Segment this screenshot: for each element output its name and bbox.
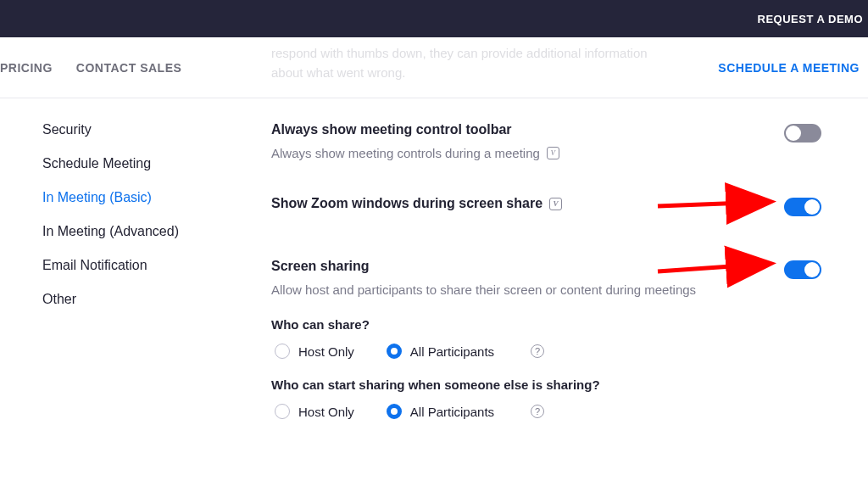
setting-title: Show Zoom windows during screen share V xyxy=(271,196,843,211)
sub-nav-bar: PRICING CONTACT SALES respond with thumb… xyxy=(0,37,868,98)
nav-contact-sales[interactable]: CONTACT SALES xyxy=(76,61,181,75)
sidebar-item-other[interactable]: Other xyxy=(42,292,220,307)
schedule-meeting-link[interactable]: SCHEDULE A MEETING xyxy=(718,61,868,75)
radio-all-participants[interactable]: All Participants xyxy=(387,344,494,359)
setting-desc: Always show meeting controls during a me… xyxy=(271,144,746,162)
sidebar-item-in-meeting-advanced[interactable]: In Meeting (Advanced) xyxy=(42,224,220,239)
sidebar-item-in-meeting-basic[interactable]: In Meeting (Basic) xyxy=(42,190,220,205)
sidebar-item-security[interactable]: Security xyxy=(42,122,220,137)
radio-label: All Participants xyxy=(410,344,494,359)
nav-pricing[interactable]: PRICING xyxy=(0,61,53,75)
radio-icon xyxy=(387,344,402,359)
radio-label: All Participants xyxy=(410,405,494,419)
request-demo-link[interactable]: REQUEST A DEMO xyxy=(758,13,869,25)
faded-prev-text: respond with thumbs down, they can provi… xyxy=(271,44,648,82)
radio-all-participants-2[interactable]: All Participants xyxy=(387,404,494,419)
setting-show-zoom-windows: Show Zoom windows during screen share V xyxy=(271,196,843,211)
verified-icon: V xyxy=(547,147,559,159)
radio-icon xyxy=(387,404,402,419)
setting-desc: Allow host and participants to share the… xyxy=(271,281,746,299)
sidebar-item-email-notification[interactable]: Email Notification xyxy=(42,258,220,273)
radio-icon xyxy=(275,404,290,419)
setting-screen-sharing: Screen sharing Allow host and participan… xyxy=(271,259,843,419)
radio-host-only[interactable]: Host Only xyxy=(275,344,354,359)
who-can-share-label: Who can share? xyxy=(271,317,843,332)
settings-sidebar: Security Schedule Meeting In Meeting (Ba… xyxy=(0,122,237,453)
radio-label: Host Only xyxy=(298,405,354,419)
setting-desc-text: Always show meeting controls during a me… xyxy=(271,144,540,162)
setting-title: Screen sharing xyxy=(271,259,843,274)
who-can-share-options: Host Only All Participants ? xyxy=(275,344,843,359)
toggle-show-zoom-windows[interactable] xyxy=(784,198,821,216)
radio-host-only-2[interactable]: Host Only xyxy=(275,404,354,419)
sidebar-item-schedule-meeting[interactable]: Schedule Meeting xyxy=(42,156,220,171)
help-icon[interactable]: ? xyxy=(531,405,544,418)
help-icon[interactable]: ? xyxy=(531,344,544,358)
settings-main: Always show meeting control toolbar Alwa… xyxy=(237,122,868,453)
who-can-start-sharing-options: Host Only All Participants ? xyxy=(275,404,843,419)
verified-icon: V xyxy=(549,198,562,210)
setting-title-text: Show Zoom windows during screen share xyxy=(271,196,542,211)
toggle-screen-sharing[interactable] xyxy=(784,260,821,279)
top-banner: REQUEST A DEMO xyxy=(0,0,868,37)
setting-title: Always show meeting control toolbar xyxy=(271,122,843,137)
toggle-always-toolbar[interactable] xyxy=(784,124,821,143)
radio-icon xyxy=(275,344,290,359)
radio-label: Host Only xyxy=(298,344,354,359)
setting-always-toolbar: Always show meeting control toolbar Alwa… xyxy=(271,122,843,162)
who-can-start-sharing-label: Who can start sharing when someone else … xyxy=(271,377,843,392)
